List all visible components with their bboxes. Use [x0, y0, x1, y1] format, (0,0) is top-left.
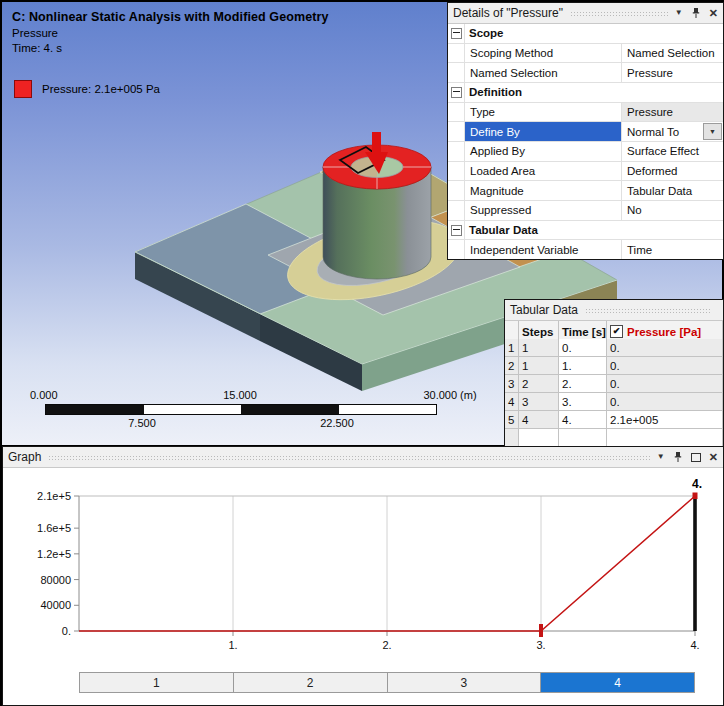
row-gutter	[448, 63, 465, 82]
collapse-minus-icon[interactable]	[451, 225, 462, 236]
time-cell[interactable]: 0.	[559, 339, 607, 357]
time-cell[interactable]: 3.	[559, 393, 607, 411]
pressure-cell[interactable]	[607, 429, 723, 447]
close-icon[interactable]: ✕	[709, 8, 718, 19]
series-start-tick	[539, 624, 543, 637]
property-label[interactable]: Named Selection	[465, 63, 622, 82]
time-cell[interactable]	[559, 429, 607, 447]
property-value[interactable]: Pressure	[622, 63, 723, 82]
step-segment-3[interactable]: 3	[388, 673, 542, 692]
property-value-text: Pressure	[627, 106, 673, 118]
panel-header-texture	[48, 455, 650, 462]
maximize-icon[interactable]	[691, 453, 701, 462]
details-property-grid: ScopeScoping MethodNamed SelectionNamed …	[448, 24, 723, 259]
analysis-title: C: Nonlinear Static Analysis with Modifi…	[12, 10, 329, 24]
ruler-segment	[339, 405, 437, 414]
property-value[interactable]: No	[622, 201, 723, 220]
steps-cell[interactable]: 1	[519, 357, 559, 375]
close-icon[interactable]: ✕	[709, 452, 718, 463]
property-value-text: Surface Effect	[627, 145, 699, 157]
row-gutter	[448, 221, 465, 240]
time-label: Time: 4. s	[12, 42, 329, 54]
panel-header-texture	[585, 308, 711, 315]
x-tick-label: 4.	[690, 639, 699, 651]
ruler-segment	[144, 405, 242, 414]
details-property-row[interactable]: Applied BySurface Effect	[448, 142, 723, 162]
property-value-text: Tabular Data	[627, 185, 692, 197]
row-index-cell: 2	[505, 357, 519, 375]
details-property-row[interactable]: MagnitudeTabular Data	[448, 181, 723, 201]
time-cell[interactable]: 1.	[559, 357, 607, 375]
steps-cell[interactable]: 4	[519, 411, 559, 429]
collapse-icon[interactable]: ▼	[657, 453, 665, 461]
steps-cell[interactable]: 1	[519, 339, 559, 357]
details-property-row[interactable]: Named SelectionPressure	[448, 63, 723, 83]
tabular-panel-header[interactable]: Tabular Data	[505, 300, 723, 321]
details-property-row[interactable]: SuppressedNo	[448, 201, 723, 221]
viewport-annotations: C: Nonlinear Static Analysis with Modifi…	[12, 10, 329, 54]
step-segment-4[interactable]: 4	[541, 673, 694, 692]
property-value[interactable]: Normal To▼	[622, 122, 723, 141]
collapse-minus-icon[interactable]	[451, 28, 462, 39]
property-value[interactable]: Named Selection	[622, 44, 723, 63]
property-value[interactable]: Pressure	[622, 103, 723, 122]
y-tick-label: 1.2e+5	[37, 548, 71, 560]
property-label[interactable]: Type	[465, 103, 622, 122]
row-gutter	[448, 24, 465, 43]
pressure-cell[interactable]: 0.	[607, 393, 723, 411]
x-tick-label: 3.	[536, 639, 545, 651]
step-segment-2[interactable]: 2	[234, 673, 388, 692]
row-index-cell: 1	[505, 339, 519, 357]
details-property-row[interactable]: Loaded AreaDeformed	[448, 162, 723, 182]
property-label[interactable]: Scoping Method	[465, 44, 622, 63]
row-gutter	[448, 240, 465, 259]
pressure-cell[interactable]: 0.	[607, 375, 723, 393]
time-cell[interactable]: 2.	[559, 375, 607, 393]
property-label[interactable]: Suppressed	[465, 201, 622, 220]
details-panel: Details of "Pressure" ▼ ✕ ScopeScoping M…	[447, 2, 724, 260]
pressure-legend: Pressure: 2.1e+005 Pa	[14, 80, 160, 98]
details-property-row[interactable]: Scoping MethodNamed Selection	[448, 44, 723, 64]
property-label[interactable]: Define By	[465, 122, 622, 141]
steps-cell[interactable]: 3	[519, 393, 559, 411]
graph-body: 0.40000800001.2e+51.6e+52.1e+51.2.3.4.4.…	[3, 468, 723, 705]
step-segment-1[interactable]: 1	[80, 673, 234, 692]
dropdown-arrow-icon[interactable]: ▼	[703, 123, 722, 140]
property-value[interactable]: Tabular Data	[622, 181, 723, 200]
graph-panel-title: Graph	[8, 450, 41, 464]
time-cell[interactable]: 4.	[559, 411, 607, 429]
ruler-label-0: 0.000	[30, 389, 58, 401]
scale-ruler: 0.000 15.000 30.000 (m) 7.500 22.500	[30, 388, 490, 434]
pressure-cell[interactable]: 0.	[607, 357, 723, 375]
details-panel-header[interactable]: Details of "Pressure" ▼ ✕	[448, 3, 723, 24]
series-end-marker	[693, 493, 698, 500]
pressure-cell[interactable]: 2.1e+005	[607, 411, 723, 429]
steps-cell[interactable]: 2	[519, 375, 559, 393]
pressure-checkbox[interactable]: ✔	[610, 325, 623, 338]
details-property-row[interactable]: Independent VariableTime	[448, 240, 723, 259]
details-group-row[interactable]: Scope	[448, 24, 723, 44]
pin-icon[interactable]	[691, 7, 701, 19]
property-value[interactable]: Time	[622, 240, 723, 259]
details-property-row[interactable]: TypePressure	[448, 103, 723, 123]
row-index-cell: 4	[505, 393, 519, 411]
pressure-arrow-shaft	[372, 132, 381, 154]
tabular-data-table: StepsTime [s]✔Pressure [Pa]110.0.211.0.3…	[505, 321, 723, 447]
app-window: C: Nonlinear Static Analysis with Modifi…	[0, 0, 724, 706]
graph-panel-header[interactable]: Graph ▼ ✕	[3, 447, 723, 468]
pressure-cell[interactable]: 0.	[607, 339, 723, 357]
property-label[interactable]: Loaded Area	[465, 162, 622, 181]
steps-cell[interactable]	[519, 429, 559, 447]
collapse-minus-icon[interactable]	[451, 87, 462, 98]
property-value[interactable]: Surface Effect	[622, 142, 723, 161]
details-group-row[interactable]: Tabular Data	[448, 221, 723, 241]
details-property-row[interactable]: Define ByNormal To▼	[448, 122, 723, 142]
property-label[interactable]: Independent Variable	[465, 240, 622, 259]
property-value[interactable]: Deformed	[622, 162, 723, 181]
property-label[interactable]: Applied By	[465, 142, 622, 161]
details-group-row[interactable]: Definition	[448, 83, 723, 103]
property-value-text: Normal To	[627, 126, 679, 138]
pin-icon[interactable]	[673, 451, 683, 463]
collapse-icon[interactable]: ▼	[675, 9, 683, 17]
property-label[interactable]: Magnitude	[465, 181, 622, 200]
